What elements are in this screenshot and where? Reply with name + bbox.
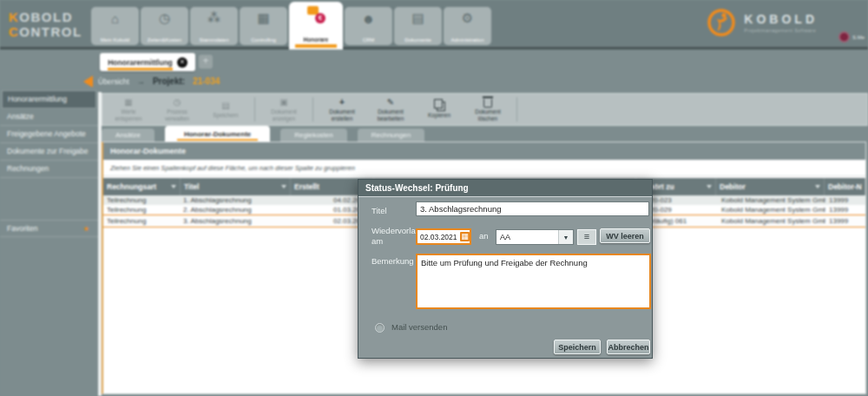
panel-title: Honorar-Dokumente bbox=[103, 142, 865, 161]
dialog-title: Status-Wechsel: Prüfung bbox=[358, 180, 652, 197]
preview-icon: ▣ bbox=[279, 97, 287, 108]
tab-honorar-dokumente[interactable]: Honorar-Dokumente bbox=[165, 126, 270, 142]
wiedervorlage-date-input[interactable]: 02.03.2021 ▦ bbox=[416, 228, 471, 245]
mail-versenden-label: Mail versenden bbox=[391, 322, 447, 332]
filter-icon[interactable] bbox=[707, 185, 712, 188]
wv-leeren-button[interactable]: WV leeren bbox=[600, 228, 650, 243]
kobold-figure-icon bbox=[707, 8, 736, 37]
process-icon: ◷ bbox=[174, 97, 181, 108]
wiedervorlage-label: Wiedervorlage am bbox=[372, 226, 413, 247]
project-label: Projekt: bbox=[153, 76, 185, 86]
toolbar-dokument-erstellen-button[interactable]: + Dokumenterstellen bbox=[318, 97, 366, 122]
clock-icon: ◷ bbox=[159, 7, 170, 30]
app-logo: KOBOLD CONTROL bbox=[9, 10, 82, 40]
add-tab-button[interactable]: + bbox=[199, 55, 213, 69]
breadcrumb-uebersicht[interactable]: Übersicht bbox=[98, 77, 129, 86]
kobold-company-logo: KOBOLD Projektmanagement Software bbox=[707, 8, 818, 37]
speichern-button[interactable]: Speichern bbox=[554, 340, 601, 354]
toolbar-dokument-bearbeiten-button[interactable]: ✎ Dokumentbearbeiten bbox=[366, 97, 415, 122]
pencil-icon: ✎ bbox=[387, 97, 394, 108]
calendar-icon[interactable]: ▦ bbox=[460, 232, 470, 241]
breadcrumb-arrow-icon: → bbox=[137, 77, 145, 86]
home-icon: ⌂ bbox=[111, 7, 119, 30]
sidebar-item-freigegebene-angebote[interactable]: Freigegebene Angebote bbox=[0, 126, 98, 143]
nav-dokumente[interactable]: ▤ Dokumente bbox=[394, 7, 442, 45]
document-toolbar: ▦ Werteentsperren ◷ Prozessverwalten ▤ S… bbox=[102, 93, 868, 126]
status-wechsel-dialog: Status-Wechsel: Prüfung Titel Wiedervorl… bbox=[358, 179, 653, 359]
breadcrumb: Übersicht → Projekt: 21-034 bbox=[98, 76, 220, 86]
filter-icon[interactable] bbox=[171, 185, 176, 188]
top-nav-bar: KOBOLD CONTROL ⌂ Mein Kobold ◷ Zeiten&Ko… bbox=[0, 0, 868, 50]
main-nav: ⌂ Mein Kobold ◷ Zeiten&Kosten ⁂ Stammdat… bbox=[91, 0, 491, 50]
kobold-control-window: KOBOLD CONTROL ⌂ Mein Kobold ◷ Zeiten&Ko… bbox=[0, 0, 868, 396]
tab-regiekosten[interactable]: Regiekosten bbox=[280, 129, 346, 142]
filter-icon[interactable] bbox=[815, 185, 820, 188]
bemerkung-textarea[interactable]: Bitte um Prüfung und Freigabe der Rechnu… bbox=[416, 254, 651, 309]
nav-stammdaten[interactable]: ⁂ Stammdaten bbox=[190, 7, 238, 45]
lock-icon: ▦ bbox=[124, 97, 132, 108]
user-avatar-icon bbox=[838, 31, 850, 43]
bemerkung-label: Bemerkung bbox=[372, 256, 414, 267]
org-chart-icon: ⁂ bbox=[207, 7, 220, 30]
abbrechen-button[interactable]: Abbrechen bbox=[607, 340, 650, 354]
tab-ansaetze[interactable]: Ansätze bbox=[102, 129, 155, 142]
an-dropdown[interactable]: AA ▼ bbox=[496, 229, 574, 245]
toolbar-dokument-loeschen-button[interactable]: Dokumentlöschen bbox=[464, 97, 512, 122]
nav-honorare[interactable]: € Honorare bbox=[289, 2, 343, 50]
document-icon: ▤ bbox=[411, 7, 424, 30]
nav-crm[interactable]: ☻ CRM bbox=[345, 7, 392, 45]
gears-icon: ⚙ bbox=[462, 7, 473, 30]
titel-label: Titel bbox=[372, 206, 387, 216]
content-tabs: Ansätze Honorar-Dokumente Regiekosten Re… bbox=[102, 126, 868, 142]
plus-icon: + bbox=[339, 97, 345, 108]
documents-badge-icon: € bbox=[306, 6, 326, 23]
nav-controlling[interactable]: ▦ Controlling bbox=[240, 7, 287, 45]
calculator-icon: ▦ bbox=[257, 7, 269, 30]
sidebar-item-ansaetze[interactable]: Ansätze bbox=[0, 109, 98, 126]
toolbar-speichern-button: ▤ Speichern bbox=[201, 101, 250, 119]
an-label: an bbox=[479, 231, 489, 241]
sidebar-item-honorarermittlung[interactable]: Honorarermittlung bbox=[2, 90, 96, 109]
sidebar-item-favoriten[interactable]: Favoriten ★ bbox=[0, 220, 98, 237]
toolbar-kopieren-button[interactable]: Kopieren bbox=[415, 101, 464, 119]
address-list-button[interactable]: ≡ bbox=[577, 229, 596, 245]
nav-zeiten-kosten[interactable]: ◷ Zeiten&Kosten bbox=[141, 7, 188, 45]
save-icon: ▤ bbox=[221, 101, 229, 111]
close-tab-icon[interactable]: × bbox=[177, 57, 187, 68]
tab-rechnungen[interactable]: Rechnungen bbox=[358, 129, 424, 142]
toolbar-separator bbox=[312, 97, 313, 122]
group-by-hint: Ziehen Sie einen Spaltenkopf auf diese F… bbox=[103, 161, 865, 176]
mail-versenden-checkbox[interactable] bbox=[375, 323, 385, 333]
trash-icon bbox=[483, 97, 492, 108]
favorites-star-icon: ★ bbox=[83, 225, 89, 233]
copy-icon bbox=[434, 101, 445, 111]
sidebar-item-rechnungen[interactable]: Rechnungen bbox=[0, 161, 98, 178]
sidebar-item-dokumente-zur-freigabe[interactable]: Dokumente zur Freigabe bbox=[0, 143, 98, 161]
back-arrow-icon[interactable] bbox=[83, 76, 93, 88]
titel-input[interactable] bbox=[416, 201, 649, 216]
toolbar-dokument-anzeigen-button: ▣ Dokumentanzeigen bbox=[260, 97, 308, 122]
toolbar-prozess-verwalten-button: ◷ Prozessverwalten bbox=[153, 97, 201, 122]
workspace-tab-honorarermittlung[interactable]: Honorarermittlung × bbox=[100, 53, 195, 71]
chevron-down-icon[interactable]: ▼ bbox=[558, 230, 573, 244]
nav-mein-kobold[interactable]: ⌂ Mein Kobold bbox=[91, 7, 139, 45]
sidebar: Honorarermittlung Ansätze Freigegebene A… bbox=[0, 87, 98, 396]
toolbar-separator bbox=[516, 97, 517, 122]
toolbar-werte-entsperren-button: ▦ Werteentsperren bbox=[104, 97, 153, 122]
people-icon: ☻ bbox=[362, 7, 376, 30]
user-badge[interactable]: S.Me bbox=[838, 31, 866, 43]
toolbar-separator bbox=[254, 97, 255, 122]
nav-administration[interactable]: ⚙ Administration bbox=[444, 7, 491, 45]
project-number[interactable]: 21-034 bbox=[193, 76, 220, 86]
filter-icon[interactable] bbox=[281, 185, 286, 188]
